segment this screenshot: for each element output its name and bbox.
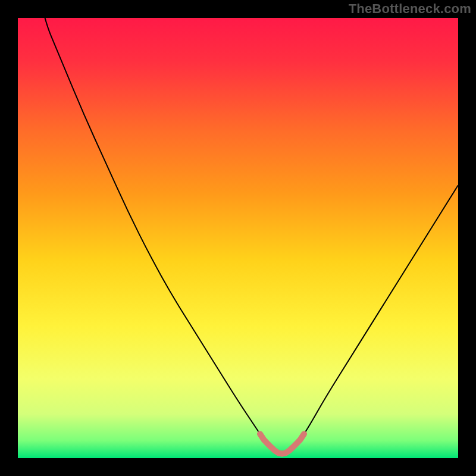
chart-svg [18, 18, 458, 458]
gradient-background [18, 18, 458, 458]
chart-frame: TheBottleneck.com [0, 0, 476, 476]
watermark-text: TheBottleneck.com [349, 1, 471, 17]
plot-area [18, 18, 458, 458]
